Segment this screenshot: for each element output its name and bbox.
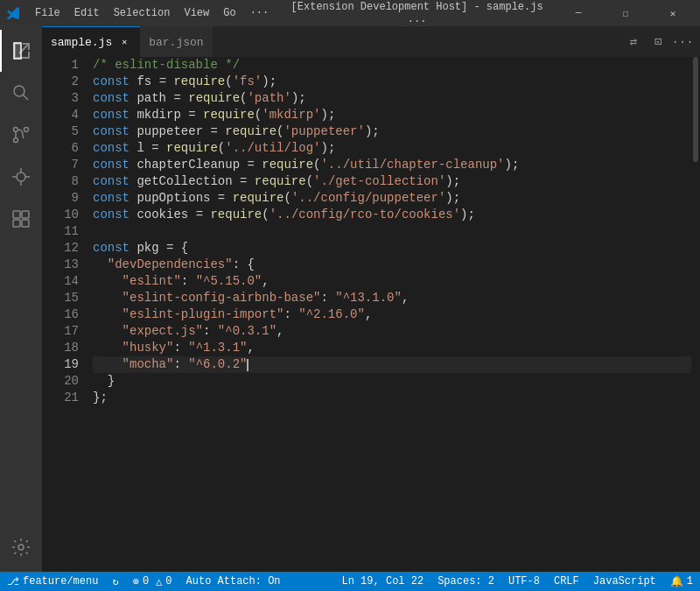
menu-go[interactable]: Go <box>216 0 242 26</box>
close-button[interactable]: ✕ <box>653 0 693 26</box>
tab-close-button[interactable]: ✕ <box>117 35 131 49</box>
code-line: "eslint-config-airbnb-base": "^13.1.0", <box>93 290 691 306</box>
status-bar: ⎇ feature/menu ↻ ⊗ 0 △ 0 Auto Attach: On… <box>0 572 700 591</box>
language-label: JavaScript <box>593 575 656 587</box>
code-line: const chapterCleanup = require('../util/… <box>93 157 691 173</box>
menu-selection[interactable]: Selection <box>107 0 178 26</box>
activity-source-control[interactable] <box>0 114 42 156</box>
svg-point-4 <box>14 138 18 143</box>
activity-bar <box>0 26 42 572</box>
svg-rect-13 <box>22 211 29 218</box>
code-line: const pkg = { <box>93 240 691 257</box>
code-line: const mkdirp = require('mkdirp'); <box>93 107 691 123</box>
activity-settings[interactable] <box>0 530 42 572</box>
menu-bar: File Edit Selection View Go ··· <box>28 0 276 26</box>
warning-count: 0 <box>165 575 172 587</box>
line-numbers: 12345 678910 1112131415 1617181920 21 <box>42 57 86 572</box>
code-line: const pupOptions = require('../config/pu… <box>93 190 691 207</box>
tab-label-active: sample.js <box>51 36 112 49</box>
status-right: Ln 19, Col 22 Spaces: 2 UTF-8 CRLF JavaS… <box>335 572 700 591</box>
svg-rect-15 <box>22 220 29 227</box>
tab-sample-js[interactable]: sample.js ✕ <box>42 26 140 57</box>
code-line: /* eslint-disable */ <box>93 57 691 74</box>
code-line: } <box>93 373 691 390</box>
status-eol[interactable]: CRLF <box>547 572 586 591</box>
branch-icon: ⎇ <box>7 575 19 588</box>
status-position[interactable]: Ln 19, Col 22 <box>335 572 431 591</box>
tab-label-inactive: bar.json <box>149 36 203 49</box>
tab-bar-json[interactable]: bar.json <box>140 26 212 57</box>
code-line-active: "mocha": "^6.0.2" <box>93 356 691 373</box>
menu-view[interactable]: View <box>177 0 216 26</box>
window-title: [Extension Development Host] - sample.js… <box>279 1 555 25</box>
code-content[interactable]: /* eslint-disable */ const fs = require(… <box>86 57 691 572</box>
code-line: const path = require('path'); <box>93 90 691 107</box>
status-auto-attach[interactable]: Auto Attach: On <box>179 572 288 591</box>
menu-more[interactable]: ··· <box>243 0 276 26</box>
layout-button[interactable]: ⊡ <box>648 32 668 53</box>
main-layout: sample.js ✕ bar.json ⇄ ⊡ ··· 12345 67891… <box>0 26 700 572</box>
svg-point-5 <box>24 128 29 132</box>
scrollbar[interactable] <box>691 57 700 572</box>
encoding-label: UTF-8 <box>508 575 540 587</box>
title-bar: File Edit Selection View Go ··· [Extensi… <box>0 0 700 26</box>
activity-search[interactable] <box>0 72 42 114</box>
svg-point-16 <box>18 545 24 550</box>
bell-icon: 🔔 <box>670 575 683 588</box>
status-sync[interactable]: ↻ <box>105 572 125 591</box>
code-line: "expect.js": "^0.3.1", <box>93 323 691 340</box>
sync-icon: ↻ <box>112 575 118 588</box>
scrollbar-thumb[interactable] <box>693 57 698 162</box>
svg-line-2 <box>24 95 29 101</box>
status-notifications[interactable]: 🔔 1 <box>663 572 700 591</box>
menu-edit[interactable]: Edit <box>67 0 107 26</box>
branch-label: feature/menu <box>23 575 98 587</box>
vscode-icon <box>7 6 21 20</box>
error-count: 0 <box>143 575 149 587</box>
status-spaces[interactable]: Spaces: 2 <box>430 572 501 591</box>
code-line: const l = require('../util/log'); <box>93 140 691 157</box>
split-editor-button[interactable]: ⇄ <box>623 32 644 53</box>
status-left: ⎇ feature/menu ↻ ⊗ 0 △ 0 Auto Attach: On <box>0 572 288 591</box>
code-line: const cookies = require('../config/rco-t… <box>93 207 691 223</box>
svg-rect-12 <box>13 211 20 218</box>
code-line: "devDependencies": { <box>93 257 691 273</box>
auto-attach-label: Auto Attach: On <box>186 575 281 587</box>
status-encoding[interactable]: UTF-8 <box>501 572 547 591</box>
error-icon: ⊗ <box>133 575 139 588</box>
editor-area: sample.js ✕ bar.json ⇄ ⊡ ··· 12345 67891… <box>42 26 700 572</box>
code-line: "eslint-plugin-import": "^2.16.0", <box>93 306 691 323</box>
code-line <box>93 223 691 240</box>
status-branch[interactable]: ⎇ feature/menu <box>0 572 105 591</box>
status-language[interactable]: JavaScript <box>586 572 663 591</box>
window-controls: ─ ☐ ✕ <box>558 0 693 26</box>
svg-point-3 <box>14 128 18 132</box>
svg-point-7 <box>17 172 25 181</box>
minimize-button[interactable]: ─ <box>558 0 598 26</box>
code-editor[interactable]: 12345 678910 1112131415 1617181920 21 /*… <box>42 57 700 572</box>
maximize-button[interactable]: ☐ <box>606 0 646 26</box>
activity-explorer[interactable] <box>0 30 42 72</box>
status-errors[interactable]: ⊗ 0 △ 0 <box>126 572 179 591</box>
spaces-label: Spaces: 2 <box>438 575 494 587</box>
code-line: const fs = require('fs'); <box>93 74 691 90</box>
code-line: "eslint": "^5.15.0", <box>93 273 691 290</box>
code-line: }; <box>93 390 691 406</box>
code-line: const puppeteer = require('puppeteer'); <box>93 123 691 140</box>
svg-rect-14 <box>13 220 20 227</box>
warning-icon: △ <box>156 575 162 588</box>
code-line: const getCollection = require('./get-col… <box>93 173 691 190</box>
activity-debug[interactable] <box>0 156 42 198</box>
more-actions-button[interactable]: ··· <box>672 32 693 53</box>
tabs-bar: sample.js ✕ bar.json ⇄ ⊡ ··· <box>42 26 700 57</box>
eol-label: CRLF <box>554 575 579 587</box>
notification-count: 1 <box>687 575 693 587</box>
code-line: "husky": "^1.3.1", <box>93 340 691 356</box>
position-label: Ln 19, Col 22 <box>342 575 424 587</box>
menu-file[interactable]: File <box>28 0 67 26</box>
tabs-actions: ⇄ ⊡ ··· <box>616 26 700 57</box>
svg-point-1 <box>14 86 24 96</box>
activity-extensions[interactable] <box>0 198 42 240</box>
